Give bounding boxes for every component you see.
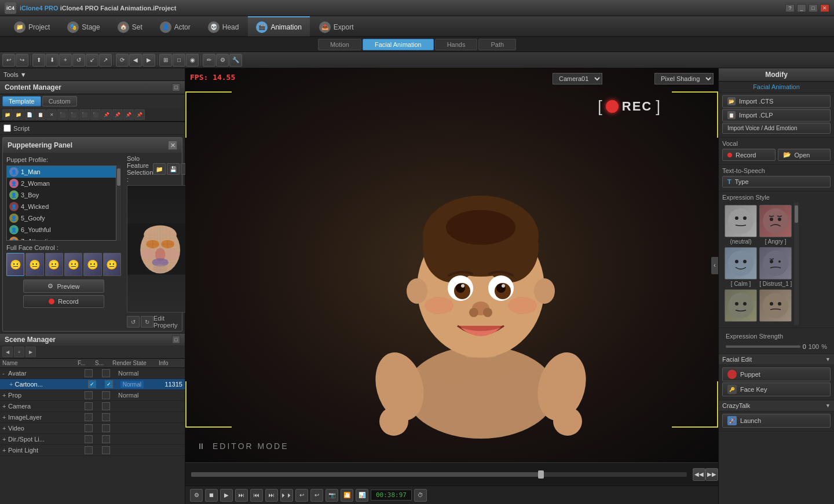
profile-1man[interactable]: 👤 1_Man (7, 166, 116, 178)
cm-icon-pin2[interactable]: 📌 (112, 109, 123, 120)
profile-4wicked[interactable]: 👤 4_Wicked (7, 201, 116, 212)
scene-row-camera[interactable]: + Camera (0, 401, 185, 412)
camera-dropdown[interactable]: Camera01 (553, 73, 602, 84)
pb-prev-btn[interactable]: ⏮ (250, 489, 263, 502)
crazytalk-collapse[interactable]: CrazyTalk ▼ (719, 400, 834, 411)
expand-camera[interactable]: + (2, 403, 8, 410)
record-vocal-button[interactable]: Record (722, 149, 776, 161)
cm-icon-b3[interactable]: ⬛ (79, 109, 90, 120)
scene-row-video[interactable]: + Video (0, 423, 185, 434)
expand-cartoon[interactable]: + (9, 381, 15, 388)
solo-btn-folder[interactable]: 📁 (153, 163, 166, 175)
type-button[interactable]: T Type (722, 176, 831, 187)
canvas-reset-btn[interactable]: ↻ (141, 316, 153, 328)
shading-select[interactable]: Pixel Shading (654, 73, 714, 84)
scene-tb-btn1[interactable]: ◀ (2, 347, 13, 357)
expr-distrust[interactable]: [ Distrust_1 ] (759, 247, 792, 287)
puppet-rp-button[interactable]: Puppet (722, 367, 831, 381)
check-cartoon-s[interactable]: ✓ (105, 380, 113, 388)
nav-export[interactable]: 📤 Export (311, 16, 362, 36)
tab-motion[interactable]: Motion (318, 39, 361, 50)
tb-rotate[interactable]: ↺ (72, 54, 85, 67)
check-avatar-s[interactable] (102, 369, 110, 377)
tb-add[interactable]: + (59, 54, 72, 67)
tb-settings[interactable]: ⚙ (216, 54, 229, 67)
pb-settings-btn[interactable]: ⚙ (190, 489, 203, 502)
tb-refresh[interactable]: ⟳ (116, 54, 129, 67)
expression-scrollbar[interactable] (794, 203, 799, 325)
scene-row-prop[interactable]: + Prop Normal (0, 390, 185, 401)
tb-tools[interactable]: 🔧 (229, 54, 242, 67)
pb-next-frame-btn[interactable]: ⏭ (235, 489, 248, 502)
pb-video-btn[interactable]: 🎦 (341, 489, 353, 502)
cm-icon-pin[interactable]: 📌 (101, 109, 112, 120)
profile-5goofy[interactable]: 👤 5_Goofy (7, 212, 116, 224)
pb-time-icon[interactable]: ⏱ (414, 489, 427, 502)
tb-circle[interactable]: ◉ (186, 54, 199, 67)
cm-icon-b2[interactable]: ⬛ (68, 109, 79, 120)
pb-loop2-btn[interactable]: ↩ (310, 489, 323, 502)
check-prop-s[interactable] (102, 391, 110, 399)
profile-3boy[interactable]: 👤 3_Boy (7, 189, 116, 201)
close-button[interactable]: ✕ (820, 4, 829, 12)
tb-move[interactable]: ↙ (86, 54, 98, 67)
launch-button[interactable]: 🚀 Launch (722, 414, 831, 428)
scene-row-pointlight[interactable]: + Point Light (0, 445, 185, 456)
timeline-btn1[interactable]: ◀◀ (693, 468, 705, 481)
maximize-button[interactable]: □ (809, 4, 818, 12)
tb-redo[interactable]: ↪ (16, 54, 28, 67)
nav-project[interactable]: 📁 Project (6, 16, 58, 36)
minimize-button[interactable]: _ (797, 4, 806, 12)
script-checkbox[interactable] (3, 124, 11, 132)
content-manager-close[interactable]: □ (172, 83, 180, 91)
tab-facial-animation[interactable]: Facial Animation (363, 39, 434, 50)
scene-row-dirspot[interactable]: + Dir./Spot Li... (0, 434, 185, 445)
viewport[interactable]: FPS: 14.55 Camera01 Pixel Shading (185, 68, 718, 462)
tb-scale[interactable]: ↗ (99, 54, 112, 67)
expand-pointlight[interactable]: + (2, 447, 8, 454)
cm-icon-close[interactable]: ✕ (46, 109, 57, 120)
face-thumb-1[interactable]: 😐 (6, 253, 24, 276)
pb-play-btn[interactable]: ▶ (220, 489, 233, 502)
shading-dropdown[interactable]: Pixel Shading (654, 73, 714, 84)
face-thumb-5[interactable]: 😐 (83, 253, 101, 276)
pb-fast-btn[interactable]: ⏵⏵ (280, 489, 293, 502)
canvas-rotate-btn[interactable]: ↺ (127, 316, 140, 328)
cm-icon-folder[interactable]: 📁 (2, 109, 13, 120)
camera-select[interactable]: Camera01 (553, 73, 602, 84)
profile-scrollbar[interactable] (116, 165, 121, 241)
nav-actor[interactable]: 👤 Actor (152, 16, 199, 36)
timeline-thumb[interactable] (538, 470, 544, 479)
tb-undo[interactable]: ↩ (2, 54, 15, 67)
profile-2woman[interactable]: 👤 2_Woman (7, 178, 116, 189)
import-clp-button[interactable]: 📋 Import .CLP (722, 109, 831, 122)
tab-custom[interactable]: Custom (42, 96, 77, 106)
expand-video[interactable]: + (2, 425, 8, 432)
solo-btn-save[interactable]: 💾 (167, 163, 180, 175)
tb-next[interactable]: ▶ (142, 54, 155, 67)
expand-imagelayer[interactable]: + (2, 414, 8, 421)
face-thumb-6[interactable]: 😐 (103, 253, 121, 276)
facekey-button[interactable]: 🔑 Face Key (722, 382, 831, 396)
timeline-track[interactable] (191, 472, 687, 477)
pb-stop-btn[interactable]: ⏹ (205, 489, 218, 502)
tb-edit[interactable]: ✏ (203, 54, 215, 67)
cm-icon-file[interactable]: 📄 (24, 109, 35, 120)
profile-list[interactable]: 👤 1_Man 👤 2_Woman 👤 3_Boy (6, 165, 116, 241)
scene-row-imagelayer[interactable]: + ImageLayer (0, 412, 185, 423)
profile-6youthful[interactable]: 👤 6_Youthful (7, 224, 116, 236)
cm-icon-pin4[interactable]: 📌 (134, 109, 145, 120)
check-prop-f[interactable] (85, 391, 93, 399)
expr-extra1[interactable] (725, 289, 757, 323)
check-avatar-f[interactable] (85, 369, 93, 377)
strength-slider[interactable] (726, 345, 800, 348)
tb-prev[interactable]: ◀ (129, 54, 142, 67)
check-cartoon-f[interactable]: ✓ (88, 380, 96, 388)
puppet-header[interactable]: Puppeteering Panel ✕ (3, 138, 182, 153)
profile-7attractive[interactable]: 👤 7_Attractive (7, 236, 116, 241)
import-voice-button[interactable]: Import Voice / Add Emotion (722, 123, 831, 134)
cm-icon-clipboard[interactable]: 📋 (35, 109, 46, 120)
pb-snapshot-btn[interactable]: 📷 (325, 489, 338, 502)
tab-template[interactable]: Template (2, 96, 41, 106)
facial-edit-collapse[interactable]: Facial Edit ▼ (719, 354, 834, 365)
